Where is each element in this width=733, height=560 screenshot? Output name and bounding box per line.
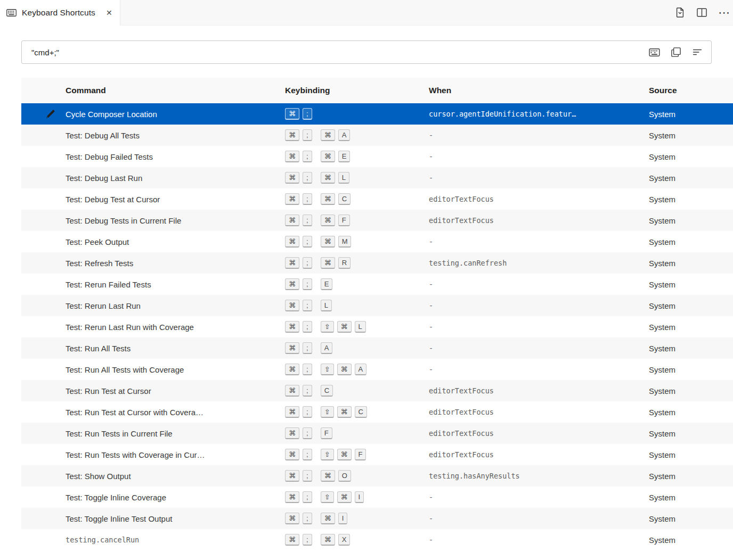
- edit-cell: [21, 152, 66, 162]
- keybinding-row[interactable]: Test: Run Test at Cursor ⌘;C editorTextF…: [21, 380, 733, 401]
- key-chord: ⌘L: [321, 172, 349, 184]
- table-body: Cycle Composer Location ⌘; cursor.agentI…: [21, 103, 733, 550]
- keybinding-row[interactable]: Test: Refresh Tests ⌘;⌘R testing.canRefr…: [21, 252, 733, 274]
- clear-search-icon[interactable]: [692, 47, 703, 57]
- keybinding-cell: ⌘;⌘R: [285, 257, 429, 269]
- key-chord: A: [321, 342, 333, 354]
- keybinding-row[interactable]: testing.cancelRun ⌘;⌘X - System: [21, 529, 733, 550]
- close-tab-icon[interactable]: ✕: [106, 9, 112, 17]
- keybinding-row[interactable]: Test: Toggle Inline Coverage ⌘;⇧⌘I - Sys…: [21, 487, 733, 508]
- edit-pencil-icon[interactable]: [45, 429, 55, 439]
- edit-pencil-icon[interactable]: [45, 258, 55, 268]
- keybinding-row[interactable]: Test: Run All Tests with Coverage ⌘;⇧⌘A …: [21, 359, 733, 380]
- when-cell: -: [429, 365, 649, 374]
- open-keybindings-json-icon[interactable]: [674, 7, 686, 18]
- keybinding-row[interactable]: Test: Peek Output ⌘;⌘M - System: [21, 231, 733, 252]
- key-chord: E: [321, 278, 333, 290]
- key-chip: ⌘: [321, 236, 335, 248]
- edit-pencil-icon[interactable]: [45, 471, 55, 481]
- record-keys-icon[interactable]: [649, 48, 660, 56]
- keybinding-cell: ⌘;⇧⌘L: [285, 321, 429, 333]
- search-box: [21, 40, 712, 64]
- keybinding-row[interactable]: Cycle Composer Location ⌘; cursor.agentI…: [21, 103, 733, 125]
- edit-pencil-icon[interactable]: [45, 194, 55, 204]
- edit-pencil-icon[interactable]: [45, 343, 55, 353]
- key-chip: ;: [303, 470, 312, 482]
- keybinding-row[interactable]: Test: Run Tests in Current File ⌘;F edit…: [21, 423, 733, 444]
- edit-pencil-icon[interactable]: [45, 450, 55, 460]
- edit-pencil-icon[interactable]: [45, 301, 55, 311]
- keybinding-row[interactable]: Test: Debug Tests in Current File ⌘;⌘F e…: [21, 210, 733, 231]
- keybinding-row[interactable]: Test: Show Output ⌘;⌘O testing.hasAnyRes…: [21, 465, 733, 487]
- header-when: When: [429, 86, 649, 95]
- command-cell: Test: Run Tests with Coverage in Cur…: [66, 450, 285, 459]
- source-cell: System: [649, 536, 733, 545]
- split-editor-icon[interactable]: [696, 7, 707, 18]
- edit-pencil-icon[interactable]: [45, 130, 55, 141]
- key-chip: ⌘: [337, 406, 352, 418]
- edit-cell: [21, 407, 66, 417]
- when-cell: -: [429, 536, 649, 544]
- key-chip: ⌘: [285, 215, 299, 226]
- key-chord: ⌘R: [321, 257, 351, 269]
- key-chip: ⇧: [321, 406, 334, 418]
- tab-keyboard-shortcuts[interactable]: Keyboard Shortcuts ✕: [0, 0, 120, 26]
- key-chip: C: [338, 193, 351, 205]
- key-chord: ⌘;: [285, 470, 312, 482]
- keybinding-cell: ⌘;L: [285, 300, 429, 311]
- edit-pencil-icon[interactable]: [45, 365, 55, 375]
- edit-pencil-icon[interactable]: [45, 152, 55, 162]
- key-chip: ⌘: [321, 470, 335, 482]
- keybinding-row[interactable]: Test: Rerun Last Run with Coverage ⌘;⇧⌘L…: [21, 316, 733, 337]
- command-cell: Test: Debug Failed Tests: [66, 152, 285, 161]
- edit-pencil-icon[interactable]: [45, 237, 55, 247]
- edit-pencil-icon[interactable]: [45, 173, 55, 183]
- edit-pencil-icon[interactable]: [45, 535, 55, 545]
- edit-pencil-icon[interactable]: [45, 322, 55, 332]
- key-chord: ⌘;: [285, 321, 312, 333]
- key-chip: ⇧: [321, 491, 334, 503]
- key-chip: ;: [303, 257, 312, 269]
- keybinding-cell: ⌘;⌘E: [285, 151, 429, 162]
- keybindings-search-input[interactable]: [22, 41, 649, 63]
- key-chip: F: [338, 215, 350, 226]
- edit-pencil-icon[interactable]: [45, 492, 55, 503]
- key-chip: ⌘: [321, 129, 335, 141]
- edit-pencil-icon[interactable]: [45, 109, 55, 119]
- edit-pencil-icon[interactable]: [45, 216, 55, 226]
- edit-cell: [21, 194, 66, 204]
- keybinding-row[interactable]: Test: Debug Test at Cursor ⌘;⌘C editorTe…: [21, 188, 733, 210]
- key-chip: ⌘: [285, 470, 299, 482]
- key-chip: ⌘: [285, 513, 299, 524]
- keybinding-row[interactable]: Test: Debug Failed Tests ⌘;⌘E - System: [21, 146, 733, 167]
- key-chip: ⌘: [285, 385, 299, 397]
- keybinding-row[interactable]: Test: Run Tests with Coverage in Cur… ⌘;…: [21, 444, 733, 465]
- editor-actions: ⋯: [674, 0, 733, 25]
- sort-by-precedence-icon[interactable]: [671, 47, 681, 57]
- when-cell: -: [429, 237, 649, 246]
- when-cell: testing.hasAnyResults: [429, 472, 649, 480]
- keybinding-cell: ⌘;⇧⌘F: [285, 449, 429, 460]
- key-chip: ⌘: [337, 321, 352, 333]
- keybinding-row[interactable]: Test: Rerun Failed Tests ⌘;E - System: [21, 274, 733, 295]
- key-chip: ;: [303, 193, 312, 205]
- keybinding-row[interactable]: Test: Debug All Tests ⌘;⌘A - System: [21, 125, 733, 146]
- keybinding-row[interactable]: Test: Rerun Last Run ⌘;L - System: [21, 295, 733, 316]
- edit-pencil-icon[interactable]: [45, 514, 55, 524]
- more-actions-icon[interactable]: ⋯: [718, 7, 730, 19]
- key-chip: ⌘: [337, 364, 352, 375]
- key-chip: C: [355, 406, 367, 418]
- key-chip: X: [338, 534, 351, 546]
- key-chip: ⌘: [337, 449, 352, 460]
- keybinding-row[interactable]: Test: Debug Last Run ⌘;⌘L - System: [21, 167, 733, 188]
- keybinding-row[interactable]: Test: Run All Tests ⌘;A - System: [21, 337, 733, 359]
- keybinding-row[interactable]: Test: Toggle Inline Test Output ⌘;⌘I - S…: [21, 508, 733, 529]
- key-chip: L: [355, 321, 366, 333]
- key-chip: ⌘: [285, 300, 299, 311]
- source-cell: System: [649, 174, 733, 183]
- edit-pencil-icon[interactable]: [45, 386, 55, 396]
- edit-pencil-icon[interactable]: [45, 407, 55, 417]
- when-cell: editorTextFocus: [429, 429, 649, 438]
- edit-pencil-icon[interactable]: [45, 279, 55, 290]
- keybinding-row[interactable]: Test: Run Test at Cursor with Covera… ⌘;…: [21, 401, 733, 423]
